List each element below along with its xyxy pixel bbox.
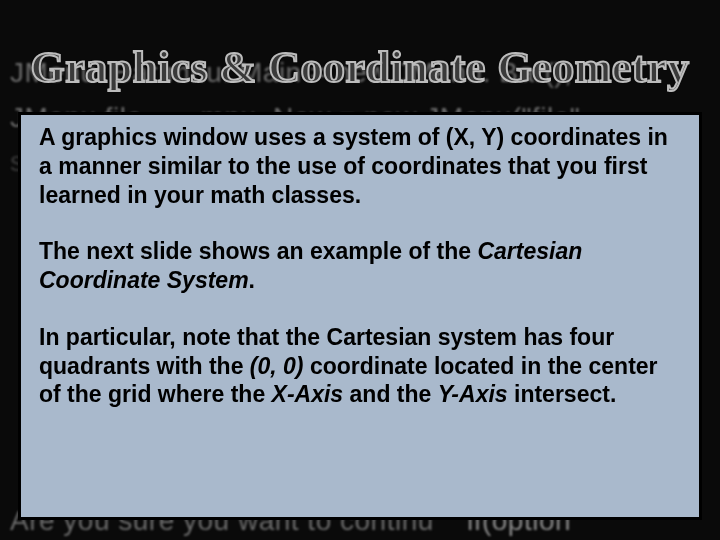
slide: JMenu. Bar mnu. Main = new JMenu. Bar();… — [0, 0, 720, 540]
text: and the — [343, 381, 438, 407]
slide-title: Graphics & Coordinate Geometry — [0, 42, 720, 93]
text: intersect. — [508, 381, 617, 407]
paragraph-2: The next slide shows an example of the C… — [39, 237, 681, 295]
text: The next slide shows an example of the — [39, 238, 477, 264]
text: . — [249, 267, 255, 293]
y-axis-term: Y-Axis — [438, 381, 508, 407]
x-axis-term: X-Axis — [272, 381, 344, 407]
paragraph-1: A graphics window uses a system of (X, Y… — [39, 123, 681, 209]
content-box: A graphics window uses a system of (X, Y… — [18, 112, 702, 520]
paragraph-3: In particular, note that the Cartesian s… — [39, 323, 681, 409]
origin-coord-term: (0, 0) — [250, 353, 304, 379]
